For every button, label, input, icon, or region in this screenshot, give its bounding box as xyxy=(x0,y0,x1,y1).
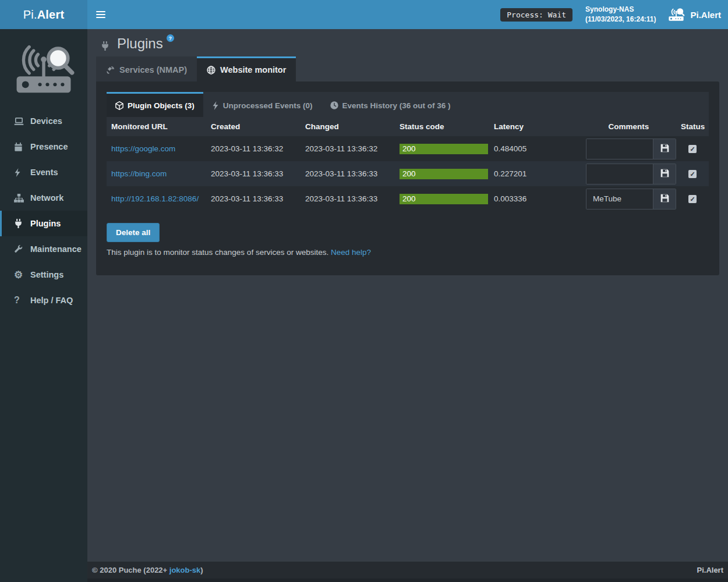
navbar-app-brand[interactable]: Pi.Alert xyxy=(667,6,721,24)
column-header-comments: Comments xyxy=(581,117,676,136)
comment-input[interactable] xyxy=(586,139,653,159)
sidebar-item-network[interactable]: Network xyxy=(0,185,87,211)
sidebar-item-label: Maintenance xyxy=(30,244,82,254)
comment-input-group xyxy=(586,189,676,210)
globe-icon xyxy=(207,66,215,74)
sidebar-item-events[interactable]: Events xyxy=(0,159,87,185)
column-header-latency: Latency xyxy=(489,117,581,136)
sidebar: DevicesPresenceEventsNetworkPluginsMaint… xyxy=(0,29,87,582)
help-badge[interactable]: ? xyxy=(167,34,174,42)
sidebar-item-plugins[interactable]: Plugins xyxy=(0,211,87,236)
website-monitor-panel: Plugin Objects (3)Unprocessed Events (0)… xyxy=(96,81,719,275)
floppy-save-icon xyxy=(660,169,669,179)
sidebar-item-presence[interactable]: Presence xyxy=(0,134,87,159)
bolt-icon xyxy=(212,101,219,110)
panel-tab-events-history-36-out-of-36[interactable]: Events History (36 out of 36 ) xyxy=(321,92,460,117)
services-icon xyxy=(106,66,115,74)
created-cell: 2023-03-11 13:36:33 xyxy=(206,186,301,211)
jokob-sk-link[interactable]: jokob-sk xyxy=(169,566,200,574)
pialert-app: Pi.Alert Process: Wait Synology-NAS (11/… xyxy=(0,0,728,582)
sidebar-item-maintenance[interactable]: Maintenance xyxy=(0,236,87,262)
bolt-icon xyxy=(14,168,27,177)
sidebar-item-label: Settings xyxy=(30,270,63,279)
floppy-save-icon xyxy=(660,194,669,204)
host-name: Synology-NAS xyxy=(585,5,656,15)
plug-icon xyxy=(14,219,27,228)
sidebar-item-label: Events xyxy=(30,168,58,177)
table-header-row: Monitored URLCreatedChangedStatus codeLa… xyxy=(107,117,709,136)
column-header-created: Created xyxy=(206,117,301,136)
gear-icon: ⚙ xyxy=(14,270,27,280)
column-header-status-code: Status code xyxy=(395,117,489,136)
sidebar-toggle-button[interactable] xyxy=(87,0,114,29)
cube-icon xyxy=(115,101,123,110)
sidebar-menu: DevicesPresenceEventsNetworkPluginsMaint… xyxy=(0,108,87,313)
process-status-badge: Process: Wait xyxy=(500,8,572,22)
page-title: Plugins ? xyxy=(101,36,719,54)
status-checkbox[interactable]: ✓ xyxy=(688,195,697,203)
status-checkbox[interactable]: ✓ xyxy=(688,170,697,178)
navbar-app-label: Pi.Alert xyxy=(690,10,721,20)
status-checkbox[interactable]: ✓ xyxy=(688,145,697,153)
sidebar-item-label: Plugins xyxy=(30,219,61,228)
sidebar-item-label: Devices xyxy=(30,116,62,126)
tab-website-monitor[interactable]: Website monitor xyxy=(197,56,296,81)
navbar-main: Process: Wait Synology-NAS (11/03/2023, … xyxy=(87,0,728,29)
plug-icon xyxy=(101,38,109,54)
panel-tab-unprocessed-events-0[interactable]: Unprocessed Events (0) xyxy=(203,92,321,117)
column-header-monitored-url: Monitored URL xyxy=(107,117,206,136)
comment-input-group xyxy=(586,164,676,184)
sidebar-item-devices[interactable]: Devices xyxy=(0,108,87,134)
sidebar-item-label: Help / FAQ xyxy=(30,296,73,305)
laptop-icon xyxy=(14,117,27,126)
monitored-url-link[interactable]: https://google.com xyxy=(111,144,175,153)
sidebar-item-label: Network xyxy=(30,193,63,203)
page-footer: © 2020 Puche (2022+ jokob-sk) Pi.Alert xyxy=(87,562,728,582)
calendar-icon xyxy=(14,143,27,151)
sidebar-item-settings[interactable]: ⚙Settings xyxy=(0,262,87,288)
floppy-save-icon xyxy=(660,144,669,154)
monitored-url-link[interactable]: http://192.168.1.82:8086/ xyxy=(111,194,199,203)
save-comment-button[interactable] xyxy=(653,139,676,159)
save-comment-button[interactable] xyxy=(653,189,676,209)
panel-tab-plugin-objects-3[interactable]: Plugin Objects (3) xyxy=(107,92,203,117)
wrench-icon xyxy=(14,245,27,254)
sidebar-logo-image xyxy=(12,37,75,98)
sitemap-icon xyxy=(14,194,27,203)
monitored-url-link[interactable]: https://bing.com xyxy=(111,169,167,178)
tab-services-nmap[interactable]: Services (NMAP) xyxy=(96,56,197,81)
column-header-status: Status xyxy=(676,117,709,136)
main-content: Plugins ? Services (NMAP)Website monitor… xyxy=(87,29,728,582)
column-header-changed: Changed xyxy=(301,117,395,136)
top-navbar: Pi.Alert Process: Wait Synology-NAS (11/… xyxy=(0,0,728,29)
delete-all-button[interactable]: Delete all xyxy=(107,223,160,242)
need-help-link[interactable]: Need help? xyxy=(331,248,371,257)
brand-text: Pi.Alert xyxy=(23,8,65,22)
table-row: https://bing.com2023-03-11 13:36:332023-… xyxy=(107,161,709,186)
changed-cell: 2023-03-11 13:36:32 xyxy=(301,136,395,161)
footer-copyright: © 2020 Puche (2022+ jokob-sk) xyxy=(92,566,203,574)
plugin-tabs: Services (NMAP)Website monitor xyxy=(96,56,719,81)
latency-cell: 0.227201 xyxy=(489,161,581,186)
router-magnifier-icon xyxy=(667,6,685,24)
clock-icon xyxy=(330,101,338,109)
plugin-objects-table: Monitored URLCreatedChangedStatus codeLa… xyxy=(107,117,709,211)
footer-app-name: Pi.Alert xyxy=(697,566,723,574)
comment-input[interactable] xyxy=(586,164,653,184)
created-cell: 2023-03-11 13:36:32 xyxy=(206,136,301,161)
comment-input-group xyxy=(586,139,676,159)
status-code-bar: 200 xyxy=(400,144,488,154)
latency-cell: 0.003336 xyxy=(489,186,581,211)
save-comment-button[interactable] xyxy=(653,164,676,184)
plugin-helper-text: This plugin is to monitor status changes… xyxy=(107,248,709,257)
brand-logo[interactable]: Pi.Alert xyxy=(0,0,87,29)
host-time: (11/03/2023, 16:24:11) xyxy=(585,15,656,24)
panel-tabs: Plugin Objects (3)Unprocessed Events (0)… xyxy=(107,92,709,117)
changed-cell: 2023-03-11 13:36:33 xyxy=(301,161,395,186)
latency-cell: 0.484005 xyxy=(489,136,581,161)
host-info: Synology-NAS (11/03/2023, 16:24:11) xyxy=(585,5,656,25)
comment-input[interactable] xyxy=(586,189,653,209)
sidebar-item-help-faq[interactable]: ?Help / FAQ xyxy=(0,288,87,313)
table-body: https://google.com2023-03-11 13:36:32202… xyxy=(107,136,709,211)
content-header: Plugins ? xyxy=(87,29,728,56)
